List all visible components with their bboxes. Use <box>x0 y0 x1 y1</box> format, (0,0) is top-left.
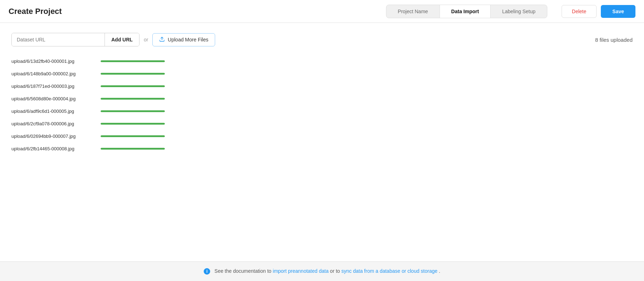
file-name: upload/6/2cf9a078-000006.jpg <box>11 121 93 126</box>
file-name: upload/6/187f71ed-000003.jpg <box>11 84 93 89</box>
progress-bar-fill <box>101 60 165 62</box>
progress-bar <box>101 148 165 150</box>
progress-bar-fill <box>101 135 165 137</box>
main-content: Add URL or Upload More Files 8 files upl… <box>0 23 644 261</box>
upload-bar: Add URL or Upload More Files 8 files upl… <box>11 33 633 46</box>
file-item: upload/6/148b9a00-000002.jpg <box>11 67 633 80</box>
file-name: upload/6/5608d80e-000004.jpg <box>11 96 93 101</box>
progress-bar-fill <box>101 148 165 150</box>
file-name: upload/6/148b9a00-000002.jpg <box>11 71 93 76</box>
progress-bar <box>101 98 165 100</box>
tab-labeling-setup[interactable]: Labeling Setup <box>491 5 547 18</box>
or-label: or <box>144 37 148 42</box>
tab-project-name[interactable]: Project Name <box>386 5 440 18</box>
progress-bar-fill <box>101 98 165 100</box>
file-item: upload/6/2fb14465-000008.jpg <box>11 142 633 155</box>
progress-bar-fill <box>101 85 165 87</box>
footer-text-after: . <box>439 268 440 274</box>
footer-text-middle: or to <box>330 268 341 274</box>
footer: i See the documentation to import preann… <box>0 261 644 281</box>
header: Create Project Project Name Data Import … <box>0 0 644 23</box>
wizard-steps: Project Name Data Import Labeling Setup <box>386 5 547 18</box>
progress-bar <box>101 123 165 125</box>
file-list: upload/6/13d2fb40-000001.jpgupload/6/148… <box>11 55 633 261</box>
sync-data-link[interactable]: sync data from a database or cloud stora… <box>341 268 437 274</box>
progress-bar <box>101 85 165 87</box>
file-item: upload/6/13d2fb40-000001.jpg <box>11 55 633 67</box>
delete-button[interactable]: Delete <box>562 5 597 18</box>
progress-bar-fill <box>101 110 165 112</box>
file-name: upload/6/adf9c6d1-000005.jpg <box>11 109 93 114</box>
footer-text-before: See the documentation to <box>214 268 273 274</box>
dataset-url-input[interactable] <box>12 33 105 46</box>
file-item: upload/6/5608d80e-000004.jpg <box>11 92 633 105</box>
file-item: upload/6/187f71ed-000003.jpg <box>11 80 633 92</box>
info-icon: i <box>204 268 210 275</box>
url-input-wrapper: Add URL <box>11 33 140 46</box>
progress-bar <box>101 135 165 137</box>
files-uploaded-count: 8 files uploaded <box>595 37 633 43</box>
progress-bar <box>101 110 165 112</box>
page-title: Create Project <box>9 7 62 16</box>
file-item: upload/6/02694bb9-000007.jpg <box>11 130 633 142</box>
save-button[interactable]: Save <box>601 5 635 18</box>
upload-more-files-button[interactable]: Upload More Files <box>152 33 215 46</box>
file-name: upload/6/02694bb9-000007.jpg <box>11 134 93 139</box>
header-actions: Delete Save <box>562 5 635 18</box>
progress-bar-fill <box>101 123 165 125</box>
file-name: upload/6/13d2fb40-000001.jpg <box>11 59 93 64</box>
upload-label: Upload More Files <box>168 37 208 42</box>
file-name: upload/6/2fb14465-000008.jpg <box>11 146 93 151</box>
file-item: upload/6/adf9c6d1-000005.jpg <box>11 105 633 117</box>
upload-icon <box>159 36 165 43</box>
tab-data-import[interactable]: Data Import <box>440 5 491 18</box>
progress-bar-fill <box>101 73 165 75</box>
progress-bar <box>101 60 165 62</box>
progress-bar <box>101 73 165 75</box>
add-url-button[interactable]: Add URL <box>105 33 139 46</box>
import-preannotated-link[interactable]: import preannotated data <box>273 268 329 274</box>
file-item: upload/6/2cf9a078-000006.jpg <box>11 117 633 130</box>
